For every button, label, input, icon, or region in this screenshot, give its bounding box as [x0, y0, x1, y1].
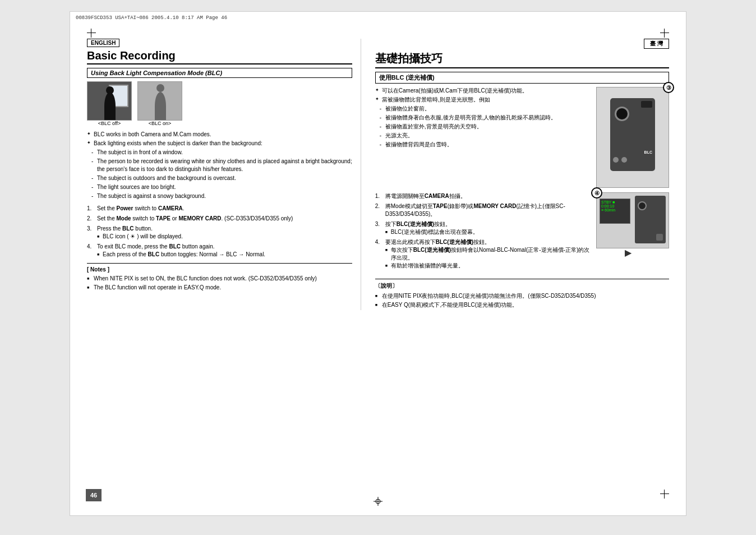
zh-sub-item: 光源太亮。: [375, 132, 669, 140]
step-1: 1. Set the Power switch to CAMERA.: [87, 205, 352, 213]
step-2: 2. Set the Mode switch to TAPE or MEMORY…: [87, 215, 352, 223]
taiwan-badge: 臺 灣: [644, 39, 669, 49]
zh-step-4: 4. 要退出此模式再按下BLC(逆光補償)按鈕。 每次按下BLC(逆光補償)按鈕…: [375, 238, 669, 270]
notes-title: [ Notes ]: [87, 266, 352, 273]
zh-step-3: 3. 按下BLC(逆光補償)按鈕。 BLC(逆光補償)標誌會出現在螢幕。: [375, 220, 669, 236]
blc-off-label: <BLC off>: [87, 121, 132, 126]
section-header-right: 使用BLC (逆光補償): [375, 72, 669, 84]
zh-step-2: 2. 將Mode模式鍵切至TAPE(錄影帶)或MEMORY CARD(記憶卡)上…: [375, 202, 669, 218]
center-reg-mark: [374, 497, 382, 507]
zh-bullet-item: 當被攝物體比背景暗時,則是逆光狀態。例如: [375, 96, 669, 104]
zh-bullet-item: 可以在Camera(拍攝)或M.Cam下使用BLC(逆光補償)功能。: [375, 87, 669, 95]
note-item: The BLC function will not operate in EAS…: [87, 284, 352, 292]
blc-off-image: <BLC off>: [87, 81, 132, 126]
steps-list-left: 1. Set the Power switch to CAMERA. 2. Se…: [87, 205, 352, 259]
zh-intro-bullets: 可以在Camera(拍攝)或M.Cam下使用BLC(逆光補償)功能。 當被攝物體…: [375, 87, 669, 149]
intro-bullets: BLC works in both Camera and M.Cam modes…: [87, 131, 352, 200]
page-number: 46: [86, 489, 102, 501]
zh-notes-list: 在使用NITE PIX夜拍功能時,BLC(逆光補償)功能無法作用。(僅限SC-D…: [375, 292, 669, 309]
blc-on-image: <BLC on>: [137, 81, 182, 126]
zh-sub-item: 被攝物體身著白色衣服,後方是明亮背景,人物的臉孔乾燥不易辨認時。: [375, 114, 669, 122]
notes-section: [ Notes ] When NITE PIX is set to ON, th…: [87, 263, 352, 292]
zh-sub-item: 被攝物蓋於室外,背景是明亮的天空時。: [375, 123, 669, 131]
zh-notes-section: 〔說明〕 在使用NITE PIX夜拍功能時,BLC(逆光補償)功能無法作用。(僅…: [375, 279, 669, 309]
corner-text: 00839FSCD353 USA+TAI~086 2005.4.10 8:17 …: [76, 15, 227, 21]
zh-sub-item: 被攝物位於窗前。: [375, 105, 669, 113]
zh-note-item: 在使用NITE PIX夜拍功能時,BLC(逆光補償)功能無法作用。(僅限SC-D…: [375, 292, 669, 300]
note-item: When NITE PIX is set to ON, the BLC func…: [87, 275, 352, 283]
left-column: ENGLISH Basic Recording Using Back Light…: [87, 39, 361, 310]
step-3: 3. Press the BLC button. BLC icon ( ☀ ) …: [87, 225, 352, 241]
zh-intro-area: ③ BLC: [375, 87, 669, 192]
bullet-sub-item: The subject is outdoors and the backgrou…: [87, 174, 352, 182]
reg-mark-top-left: [87, 29, 96, 38]
notes-list: When NITE PIX is set to ON, the BLC func…: [87, 275, 352, 292]
zh-steps-list: 1. 將電源開關轉至CAMERA拍攝。 2. 將Mode模式鍵切至TAPE(錄影…: [375, 192, 669, 270]
blc-images: <BLC off> <BLC on>: [87, 81, 352, 126]
bullet-sub-item: The subject is in front of a window.: [87, 149, 352, 156]
zh-sub-item: 被攝物體背四周是白雪時。: [375, 141, 669, 149]
reg-mark-bottom-right: [660, 490, 669, 499]
page-title: Basic Recording: [87, 49, 352, 64]
right-column: 臺 灣 基礎拍攝技巧 使用BLC (逆光補償) ③: [372, 39, 669, 310]
bullet-sub-item: The light sources are too bright.: [87, 183, 352, 191]
blc-on-label: <BLC on>: [137, 121, 182, 126]
bullet-sub-item: The subject is against a snowy backgroun…: [87, 192, 352, 200]
bullet-item: BLC works in both Camera and M.Cam modes…: [87, 131, 352, 139]
zh-steps-area: ④ STBY ■ 0:00:10 ≡ 60min: [375, 192, 669, 274]
zh-notes-title: 〔說明〕: [375, 282, 669, 290]
section-header-left: Using Back Light Compensation Mode (BLC): [87, 68, 352, 78]
zh-step-1: 1. 將電源開關轉至CAMERA拍攝。: [375, 192, 669, 200]
zh-note-item: 在EASY Q(簡易)模式下,不能使用BLC(逆光補償)功能。: [375, 301, 669, 309]
reg-mark-top-right: [660, 29, 669, 38]
bullet-item: Back lighting exists when the subject is…: [87, 140, 352, 147]
page-title-zh: 基礎拍攝技巧: [375, 51, 669, 68]
bullet-sub-item: The person to be recorded is wearing whi…: [87, 158, 352, 173]
step-4: 4. To exit BLC mode, press the BLC butto…: [87, 243, 352, 259]
lang-badge: ENGLISH: [87, 39, 119, 47]
